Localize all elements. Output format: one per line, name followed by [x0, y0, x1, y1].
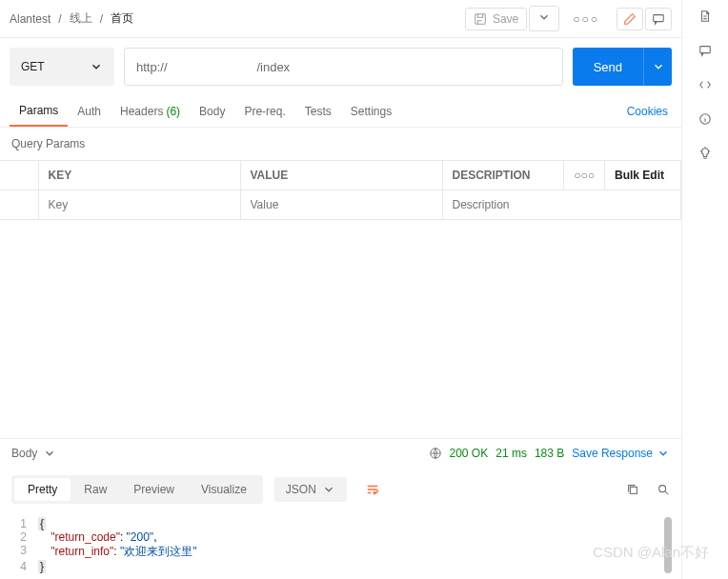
comment-button[interactable]	[645, 8, 672, 30]
view-preview[interactable]: Preview	[120, 478, 188, 501]
svg-rect-0	[475, 13, 486, 24]
view-raw[interactable]: Raw	[71, 478, 120, 501]
value-input[interactable]	[251, 198, 433, 211]
comment-icon	[652, 12, 665, 26]
watermark: CSDN @Alan不好	[593, 544, 709, 562]
svg-rect-3	[630, 487, 637, 493]
globe-icon[interactable]	[429, 447, 442, 460]
url-input[interactable]	[124, 48, 563, 86]
col-options[interactable]: ○○○	[564, 161, 605, 190]
request-row: GET Send	[0, 38, 681, 95]
bc-mid[interactable]: 线上	[70, 10, 92, 27]
tab-settings[interactable]: Settings	[341, 95, 401, 127]
cookies-link[interactable]: Cookies	[627, 105, 672, 118]
view-pretty[interactable]: Pretty	[14, 478, 71, 501]
key-input[interactable]	[49, 198, 231, 211]
chevron-down-icon	[652, 60, 665, 73]
col-value: VALUE	[240, 161, 442, 190]
info-icon[interactable]	[697, 110, 714, 128]
chevron-down-icon	[657, 447, 670, 460]
bc-root[interactable]: Alantest	[10, 12, 51, 26]
tab-prereq[interactable]: Pre-req.	[234, 95, 294, 127]
edit-button[interactable]	[617, 8, 643, 30]
code-icon[interactable]	[697, 76, 714, 93]
breadcrumb: Alantest / 线上 / 首页	[10, 10, 133, 27]
save-dropdown[interactable]	[529, 6, 559, 31]
top-bar: Alantest / 线上 / 首页 Save ○○○	[0, 0, 681, 38]
bulk-edit-link[interactable]: Bulk Edit	[605, 161, 681, 190]
tab-auth[interactable]: Auth	[68, 95, 111, 127]
tab-body[interactable]: Body	[190, 95, 234, 127]
tab-headers[interactable]: Headers(6)	[111, 95, 190, 127]
table-row	[0, 190, 681, 220]
response-size: 183 B	[535, 447, 564, 460]
response-body-tab[interactable]: Body	[11, 447, 56, 460]
more-button[interactable]: ○○○	[567, 12, 605, 26]
chevron-down-icon	[322, 483, 335, 496]
doc-icon[interactable]	[697, 8, 714, 25]
save-response-link[interactable]: Save Response	[572, 447, 670, 460]
bulb-icon[interactable]	[697, 145, 714, 162]
bc-current: 首页	[111, 10, 133, 27]
status-code: 200 OK	[450, 447, 489, 460]
request-tabs: Params Auth Headers(6) Body Pre-req. Tes…	[0, 95, 681, 128]
col-desc: DESCRIPTION	[442, 161, 564, 190]
tab-params[interactable]: Params	[10, 95, 68, 127]
chevron-down-icon	[537, 10, 551, 24]
right-sidebar	[682, 0, 728, 579]
format-select[interactable]: JSON	[274, 477, 347, 502]
chevron-down-icon	[90, 60, 103, 73]
view-tabs: Pretty Raw Preview Visualize JSON	[0, 468, 681, 511]
response-bar: Body 200 OK 21 ms 183 B Save Response	[0, 438, 681, 468]
col-key: KEY	[38, 161, 240, 190]
search-icon[interactable]	[657, 483, 670, 496]
desc-input[interactable]	[453, 198, 672, 211]
svg-rect-1	[654, 14, 664, 21]
svg-point-4	[659, 486, 666, 492]
wrap-lines-button[interactable]	[356, 477, 389, 502]
save-icon	[474, 12, 487, 26]
response-time: 21 ms	[495, 447, 527, 460]
save-button[interactable]: Save	[465, 8, 527, 30]
pencil-icon	[623, 12, 637, 26]
method-select[interactable]: GET	[10, 48, 114, 86]
response-code[interactable]: 1{ 2 "return_code": "200", 3 "return_inf…	[0, 511, 681, 579]
wrap-icon	[366, 483, 379, 496]
chevron-down-icon	[43, 447, 56, 460]
send-button[interactable]: Send	[573, 48, 643, 86]
query-params-title: Query Params	[0, 128, 681, 160]
comments-icon[interactable]	[697, 42, 714, 59]
svg-rect-5	[700, 47, 711, 53]
view-visualize[interactable]: Visualize	[188, 478, 260, 501]
params-table: KEY VALUE DESCRIPTION ○○○ Bulk Edit	[0, 160, 681, 220]
send-dropdown[interactable]	[643, 48, 672, 86]
tab-tests[interactable]: Tests	[295, 95, 341, 127]
copy-icon[interactable]	[626, 483, 639, 496]
